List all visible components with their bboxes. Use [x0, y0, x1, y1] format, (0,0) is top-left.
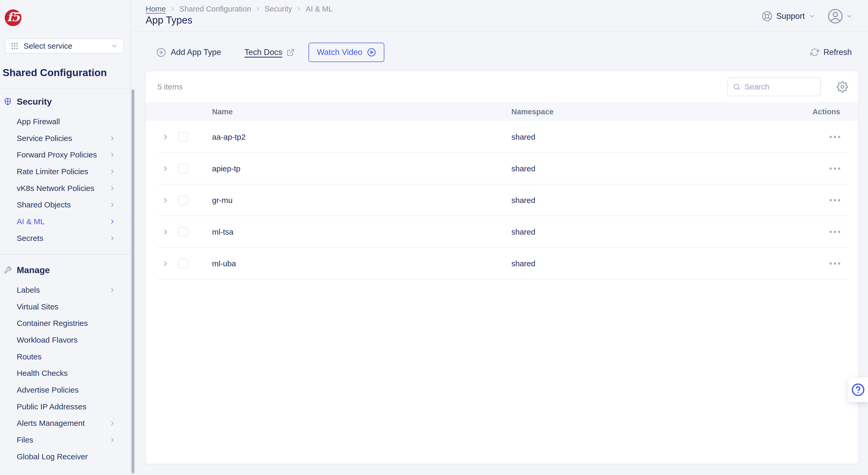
sidebar-item[interactable]: Health Checks — [0, 365, 131, 382]
support-menu[interactable]: Support — [762, 11, 815, 22]
sidebar-nav-manage: Manage Labels Virtual Sites Container Re… — [0, 262, 131, 465]
watch-video-button[interactable]: Watch Video — [309, 42, 384, 62]
row-actions-button[interactable] — [830, 133, 840, 141]
sidebar-item[interactable]: AI & ML — [0, 213, 131, 230]
breadcrumb-ai-ml[interactable]: AI & ML — [306, 5, 333, 13]
chevron-down-icon — [846, 13, 853, 20]
row-actions-button[interactable] — [830, 165, 840, 172]
account-menu[interactable] — [827, 8, 853, 24]
sidebar-item[interactable]: vK8s Network Policies — [0, 180, 131, 197]
search-box — [727, 78, 821, 96]
chevron-right-icon — [109, 135, 116, 142]
shield-icon — [4, 97, 12, 106]
sidebar-item[interactable]: Alerts Management — [0, 415, 131, 432]
refresh-icon — [810, 48, 819, 57]
sidebar-item[interactable]: Routes — [0, 348, 131, 365]
sidebar-item[interactable]: Global Log Receiver — [0, 448, 131, 465]
sidebar-item[interactable]: Labels — [0, 282, 131, 298]
sidebar-item[interactable]: Forward Proxy Policies — [0, 146, 131, 163]
add-app-type-label: Add App Type — [171, 48, 221, 57]
chevron-right-icon — [296, 6, 302, 12]
wrench-icon — [4, 266, 12, 274]
chevron-down-icon — [111, 42, 118, 50]
table-row[interactable]: aa-ap-tp2 shared — [146, 121, 858, 153]
row-expand-icon[interactable] — [162, 197, 169, 204]
chevron-right-icon — [109, 151, 116, 158]
divider — [131, 31, 868, 32]
row-expand-icon[interactable] — [162, 165, 169, 173]
add-app-type-button[interactable]: Add App Type — [156, 42, 221, 63]
sidebar-item[interactable]: Advertise Policies — [0, 382, 131, 398]
sidebar-item[interactable]: Rate Limiter Policies — [0, 163, 131, 180]
sidebar-item-label: vK8s Network Policies — [17, 184, 94, 193]
sidebar-scrollbar[interactable] — [131, 89, 134, 473]
table-row[interactable]: ml-tsa shared — [146, 216, 858, 248]
row-expand-icon[interactable] — [162, 133, 169, 141]
sidebar-item[interactable]: Shared Objects — [0, 197, 131, 213]
toolbar: Add App Type Tech Docs Watch Video Refre… — [131, 42, 868, 63]
sidebar-item-label: Forward Proxy Policies — [17, 150, 97, 159]
row-name: ml-tsa — [212, 228, 512, 236]
refresh-button[interactable]: Refresh — [810, 42, 852, 63]
sidebar-item[interactable]: Virtual Sites — [0, 298, 131, 315]
sidebar-item[interactable]: Service Policies — [0, 130, 131, 147]
sidebar-heading: Shared Configuration — [3, 67, 107, 79]
life-buoy-icon — [762, 11, 773, 22]
row-checkbox[interactable] — [178, 164, 188, 173]
page-title: App Types — [146, 14, 192, 26]
sidebar-item[interactable]: Container Registries — [0, 315, 131, 332]
row-namespace: shared — [512, 132, 814, 142]
column-header-name: Name — [212, 108, 512, 116]
sidebar-item[interactable]: Public IP Addresses — [0, 398, 131, 415]
row-checkbox[interactable] — [178, 196, 188, 205]
sidebar-item-label: Labels — [17, 286, 40, 295]
column-header-actions: Actions — [814, 108, 840, 116]
sidebar-item-label: Container Registries — [17, 319, 88, 328]
breadcrumb-shared-configuration[interactable]: Shared Configuration — [179, 5, 251, 13]
breadcrumb-security[interactable]: Security — [265, 5, 292, 13]
row-name: ml-uba — [212, 259, 512, 268]
table-row[interactable]: ml-uba shared — [146, 248, 858, 279]
breadcrumb-home[interactable]: Home — [146, 5, 166, 13]
chevron-right-icon — [169, 6, 176, 12]
row-checkbox[interactable] — [178, 227, 188, 237]
row-actions-button[interactable] — [830, 260, 840, 267]
table-row[interactable]: apiep-tp shared — [146, 153, 858, 184]
sidebar-item[interactable]: Files — [0, 432, 131, 448]
divider — [0, 254, 131, 255]
chevron-right-icon — [109, 437, 116, 443]
sidebar-item[interactable]: App Firewall — [0, 113, 131, 130]
row-name: aa-ap-tp2 — [212, 132, 512, 142]
sidebar-item[interactable]: Workload Flavors — [0, 332, 131, 348]
sidebar-item-label: Routes — [17, 352, 41, 361]
page-header: Home Shared Configuration Security AI & … — [131, 0, 868, 32]
row-actions-button[interactable] — [830, 197, 840, 204]
f5-logo[interactable]: f5 — [5, 9, 22, 26]
table-toolbar: 5 items — [146, 71, 858, 102]
plus-circle-icon — [156, 48, 166, 57]
search-input[interactable] — [745, 82, 815, 91]
row-namespace: shared — [512, 228, 814, 236]
breadcrumb: Home Shared Configuration Security AI & … — [146, 4, 333, 13]
header-actions: Support — [762, 8, 853, 25]
tech-docs-link[interactable]: Tech Docs — [244, 42, 294, 63]
select-service-dropdown[interactable]: Select service — [5, 38, 124, 53]
select-service-label: Select service — [24, 41, 72, 51]
row-checkbox[interactable] — [178, 259, 188, 268]
help-button[interactable] — [848, 378, 868, 402]
table-row[interactable]: gr-mu shared — [146, 184, 858, 216]
row-expand-icon[interactable] — [162, 228, 169, 236]
sidebar-item[interactable]: Secrets — [0, 230, 131, 247]
row-name: apiep-tp — [212, 164, 512, 173]
tech-docs-label: Tech Docs — [244, 48, 282, 57]
row-namespace: shared — [512, 164, 814, 173]
sidebar-item-label: App Firewall — [17, 117, 60, 126]
chevron-right-icon — [109, 420, 116, 426]
row-namespace: shared — [512, 259, 814, 268]
row-checkbox[interactable] — [178, 132, 188, 142]
row-actions-button[interactable] — [830, 228, 840, 236]
app-types-card: 5 items Name Namespace Actions — [146, 71, 858, 464]
items-count: 5 items — [157, 82, 183, 91]
row-expand-icon[interactable] — [162, 260, 169, 268]
table-settings-button[interactable] — [837, 81, 848, 93]
